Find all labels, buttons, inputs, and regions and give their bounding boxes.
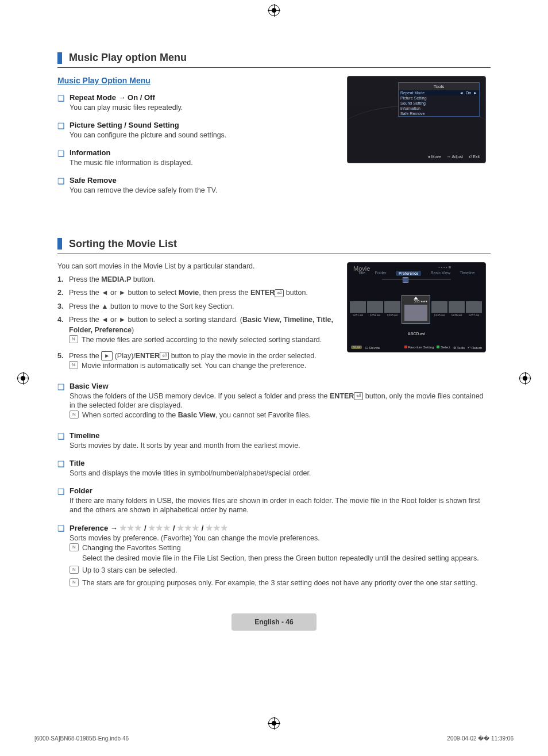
option-desc: You can remove the device safely from th… <box>70 186 217 195</box>
step-list: 1.Press the MEDIA.P button. 2.Press the … <box>57 275 335 374</box>
option-item: ❑ Information The music file information… <box>57 148 335 168</box>
section-header: Sorting the Movie List <box>57 238 491 250</box>
note-text: The movie files are sorted according to … <box>82 335 322 346</box>
registration-mark-icon <box>17 373 29 384</box>
bullet-icon: ❑ <box>57 431 65 451</box>
option-desc: You can play music files repeatedly. <box>70 103 183 113</box>
bullet-icon: ❑ <box>57 523 65 590</box>
step-item: 1.Press the MEDIA.P button. <box>57 275 335 285</box>
subsection-title: Music Play Option Menu <box>57 76 335 85</box>
note-text: Up to 3 stars can be selected. <box>82 566 177 576</box>
registration-mark-icon <box>519 373 531 384</box>
movie-footer: SUM ⊟ Device Favorites Setting Select ⚙ … <box>351 346 482 350</box>
enter-icon: ⏎ <box>160 352 169 360</box>
tools-popup: Tools Repeat Mode ◄On► Picture Setting S… <box>398 82 480 117</box>
doc-filename: [6000-SA]BN68-01985B-Eng.indb 46 <box>34 735 129 742</box>
note-text: Changing the Favorites Setting Select th… <box>82 543 479 563</box>
option-title: Preference → ★★★ / ★★★ / ★★★ / ★★★ <box>70 523 479 532</box>
tools-row: Safe Remove <box>399 111 479 116</box>
option-item: ❑ Repeat Mode → On / Off You can play mu… <box>57 93 335 113</box>
option-desc: The music file information is displayed. <box>70 158 193 168</box>
option-item: ❑ Folder If there are many folders in US… <box>57 486 491 516</box>
document-metadata: [6000-SA]BN68-01985B-Eng.indb 46 2009-04… <box>34 735 514 742</box>
step-item: 5.Press the ► (Play)/ENTER⏎ button to pl… <box>57 351 335 374</box>
option-title: Picture Setting / Sound Setting <box>70 121 226 129</box>
section-title: Sorting the Movie List <box>69 238 177 250</box>
option-item: ❑ Safe Remove You can remove the device … <box>57 176 335 195</box>
movie-list-screenshot: Movie • • • • ■ Title Folder Preference … <box>347 262 486 352</box>
divider <box>57 67 491 68</box>
registration-mark-icon <box>268 5 280 16</box>
play-icon: ► <box>101 351 113 360</box>
enter-icon: ⏎ <box>275 289 284 297</box>
tools-menu-screenshot: Tools Repeat Mode ◄On► Picture Setting S… <box>347 76 486 163</box>
note-icon: N <box>70 578 79 586</box>
section-accent-bar <box>57 238 62 250</box>
bullet-icon: ❑ <box>57 382 65 423</box>
note-icon: N <box>70 566 79 574</box>
option-item: ❑ Preference → ★★★ / ★★★ / ★★★ / ★★★ Sor… <box>57 523 491 590</box>
divider <box>57 254 491 254</box>
page-footer: English - 46 <box>57 613 491 631</box>
note-icon: N <box>69 335 78 343</box>
star-icon: ★★★ <box>119 523 142 532</box>
step-text: Press the ◄ or ► button to select a sort… <box>69 315 335 335</box>
note-icon: N <box>70 543 79 551</box>
tools-row: Picture Setting <box>399 95 479 101</box>
step-item: 3.Press the ▲ button to move to the Sort… <box>57 302 335 312</box>
option-desc: If there are many folders in USB, the mo… <box>70 496 491 516</box>
tools-row: Information <box>399 106 479 111</box>
registration-mark-icon <box>268 717 280 729</box>
option-title: Folder <box>70 486 491 495</box>
section-accent-bar <box>57 52 62 64</box>
bullet-icon: ❑ <box>57 121 65 140</box>
tools-header: Tools <box>399 83 479 90</box>
tools-footer: ♦ Move ↔ Adjust •ℐ Exit <box>428 155 480 159</box>
note-icon: N <box>69 361 78 369</box>
option-desc: Shows the folders of the USB memory devi… <box>70 392 491 411</box>
bullet-icon: ❑ <box>57 459 65 478</box>
section-intro: You can sort movies in the Movie List by… <box>57 262 335 270</box>
step-text: Press the ▲ button to move to the Sort k… <box>69 302 234 312</box>
bullet-icon: ❑ <box>57 93 65 113</box>
selected-movie-name: ABCD.avi <box>348 332 485 336</box>
page-number-badge: English - 46 <box>231 613 316 631</box>
option-title: Timeline <box>70 431 300 440</box>
section-title: Music Play option Menu <box>69 52 187 64</box>
step-text: Press the MEDIA.P button. <box>69 275 155 285</box>
step-item: 2.Press the ◄ or ► button to select Movi… <box>57 288 335 298</box>
option-item: ❑ Basic View Shows the folders of the US… <box>57 382 491 423</box>
option-desc: Sorts movies by date. It sorts by year a… <box>70 441 300 451</box>
note-text: Movie information is automatically set. … <box>82 361 306 371</box>
tools-row: Sound Setting <box>399 101 479 106</box>
option-desc: You can configure the picture and sound … <box>70 131 226 140</box>
note-icon: N <box>70 410 79 419</box>
option-title: Safe Remove <box>70 176 217 185</box>
section-header: Music Play option Menu <box>57 52 491 64</box>
bullet-icon: ❑ <box>57 148 65 168</box>
option-title: Repeat Mode → On / Off <box>70 93 183 102</box>
tools-row-selected: Repeat Mode ◄On► <box>399 90 479 95</box>
option-title: Title <box>70 459 311 467</box>
option-title: Basic View <box>70 382 491 390</box>
selected-thumbnail: 5/15 ★★★ <box>402 295 430 324</box>
step-text: Press the ◄ or ► button to select Movie,… <box>69 288 308 298</box>
option-item: ❑ Picture Setting / Sound Setting You ca… <box>57 121 335 140</box>
note-text: When sorted according to the Basic View,… <box>82 410 311 421</box>
option-item: ❑ Timeline Sorts movies by date. It sort… <box>57 431 491 451</box>
bullet-icon: ❑ <box>57 176 65 195</box>
bullet-icon: ❑ <box>57 486 65 516</box>
note-text: The stars are for grouping purposes only… <box>82 578 477 589</box>
option-item: ❑ Title Sorts and displays the movie tit… <box>57 459 491 478</box>
movie-tabs: Title Folder Preference Basic View Timel… <box>353 271 480 276</box>
step-text: Press the ► (Play)/ENTER⏎ button to play… <box>69 351 317 362</box>
option-desc: Sorts and displays the movie titles in s… <box>70 469 311 478</box>
option-title: Information <box>70 148 193 157</box>
step-item: 4.Press the ◄ or ► button to select a so… <box>57 315 335 348</box>
doc-timestamp: 2009-04-02 �� 11:39:06 <box>447 735 514 742</box>
option-desc: Sorts movies by preference. (Favorite) Y… <box>70 534 479 543</box>
movie-thumbnail-strip: 1231.avi 1232.avi 1233.avi 5/15 ★★★ 1235… <box>348 294 485 324</box>
enter-icon: ⏎ <box>354 392 363 400</box>
